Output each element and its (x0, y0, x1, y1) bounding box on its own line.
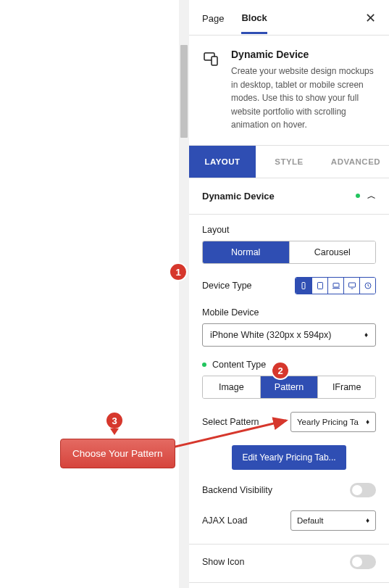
device-type-icons (295, 277, 376, 294)
close-icon[interactable]: ✕ (365, 10, 376, 35)
layout-button-group: Normal Carousel (202, 241, 376, 264)
scrollbar-thumb[interactable] (180, 45, 188, 138)
tab-page[interactable]: Page (202, 13, 224, 33)
content-iframe-button[interactable]: IFrame (317, 376, 375, 398)
ajax-load-control: AJAX Load Default ♦ (202, 510, 376, 531)
select-arrow-icon: ♦ (364, 331, 368, 339)
status-dot-icon (356, 194, 360, 198)
content-type-control: Content Type Image Pattern IFrame (202, 360, 376, 399)
device-icon (202, 50, 222, 70)
inspector-tab-style[interactable]: STYLE (256, 146, 322, 178)
inspector-panel: Page Block ✕ Dynamic Device Create your … (189, 0, 389, 588)
select-pattern-dropdown[interactable]: Yearly Pricing Ta ♦ (290, 412, 376, 432)
select-arrow-icon: ♦ (366, 516, 369, 524)
mobile-device-control: Mobile Device iPhone White (320px x 594p… (202, 307, 376, 347)
reset-icon[interactable] (359, 278, 375, 294)
block-info: Dynamic Device Create your website desig… (189, 36, 389, 145)
show-icon-label: Show Icon (202, 557, 244, 567)
inspector-tab-layout[interactable]: LAYOUT (189, 146, 256, 178)
layout-normal-button[interactable]: Normal (203, 241, 289, 263)
annotation-badge-2: 2 (271, 361, 290, 380)
pin-tip-icon (110, 428, 119, 435)
ajax-load-value: Default (297, 516, 323, 525)
tab-block[interactable]: Block (241, 12, 267, 34)
edit-pattern-button[interactable]: Edit Yearly Pricing Tab... (232, 445, 346, 470)
show-icon-control: Show Icon (202, 555, 376, 569)
svg-rect-6 (348, 283, 355, 287)
content-type-button-group: Image Pattern IFrame (202, 376, 376, 399)
canvas-scrollbar[interactable] (179, 0, 189, 588)
select-pattern-label: Select Pattern (202, 417, 259, 427)
svg-rect-4 (333, 283, 339, 287)
layout-carousel-button[interactable]: Carousel (289, 241, 376, 263)
section-dynamic-device[interactable]: Dynamic Device ︿ (189, 178, 389, 215)
ajax-load-label: AJAX Load (202, 515, 248, 526)
device-type-control: Device Type (202, 277, 376, 294)
status-dot-icon (202, 363, 206, 367)
tablet-icon[interactable] (311, 278, 327, 294)
desktop-icon[interactable] (343, 278, 359, 294)
device-type-label: Device Type (202, 281, 252, 291)
inspector-tab-advanced[interactable]: ADVANCED (322, 146, 389, 178)
mobile-device-select[interactable]: iPhone White (320px x 594px) ♦ (202, 323, 376, 347)
svg-rect-2 (302, 282, 305, 289)
annotation-callout: Choose Your Pattern (60, 439, 175, 468)
divider (189, 544, 389, 544)
svg-rect-1 (212, 57, 217, 65)
chevron-up-icon[interactable]: ︿ (367, 190, 376, 202)
backend-visibility-control: Backend Visibility (202, 483, 376, 497)
section-title: Dynamic Device (202, 191, 275, 202)
content-image-button[interactable]: Image (203, 376, 260, 398)
select-pattern-control: Select Pattern Yearly Pricing Ta ♦ (202, 412, 376, 432)
annotation-badge-1: 1 (169, 262, 188, 281)
block-description: Create your website design mockups in de… (231, 65, 376, 132)
ajax-load-select[interactable]: Default ♦ (290, 510, 376, 531)
panel-tabs: Page Block ✕ (189, 0, 389, 36)
mobile-device-value: iPhone White (320px x 594px) (210, 330, 331, 340)
select-pattern-value: Yearly Pricing Ta (297, 418, 359, 426)
backend-visibility-label: Backend Visibility (202, 485, 272, 495)
svg-rect-3 (317, 282, 322, 289)
laptop-icon[interactable] (327, 278, 343, 294)
section-advanced[interactable]: Advanced ﹀ (189, 583, 389, 588)
block-title: Dynamic Device (231, 49, 376, 60)
mobile-device-label: Mobile Device (202, 307, 376, 318)
inspector-tabs: LAYOUT STYLE ADVANCED (189, 145, 389, 178)
layout-label: Layout (202, 225, 376, 235)
annotation-badge-3: 3 (105, 411, 124, 430)
content-pattern-button[interactable]: Pattern (260, 376, 318, 398)
mobile-icon[interactable] (296, 278, 311, 294)
edit-pattern-row: Edit Yearly Pricing Tab... (202, 445, 376, 470)
select-arrow-icon: ♦ (366, 418, 369, 426)
layout-control: Layout Normal Carousel (202, 225, 376, 264)
backend-visibility-toggle[interactable] (350, 483, 376, 497)
annotation-pin-3: 3 (105, 411, 124, 435)
show-icon-toggle[interactable] (350, 555, 376, 569)
controls-area: Layout Normal Carousel Device Type Mobil… (189, 215, 389, 583)
editor-canvas (0, 0, 179, 588)
